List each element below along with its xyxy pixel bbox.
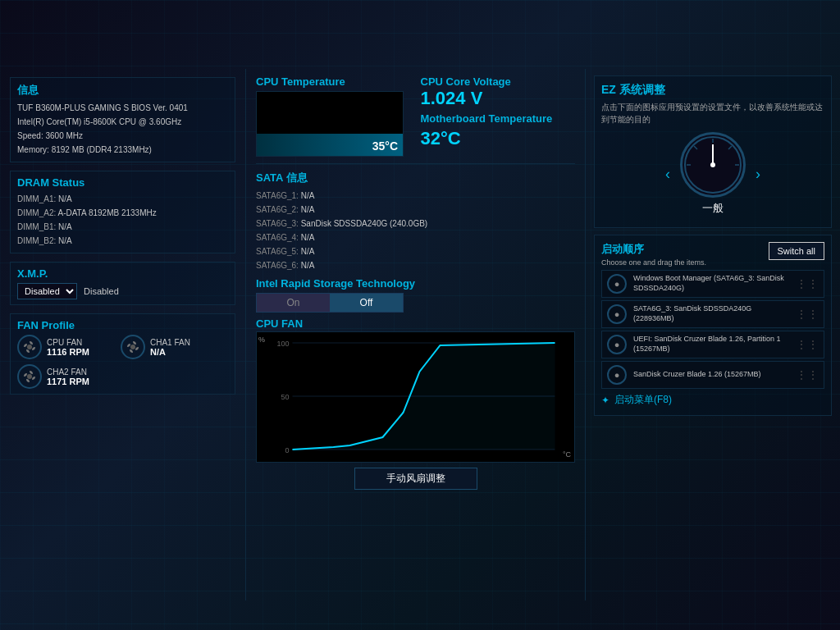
sata6g6: SATA6G_6: N/A <box>256 258 575 272</box>
cha1-fan-item: CHA1 FAN N/A <box>121 335 219 359</box>
dram-title: DRAM Status <box>17 176 228 189</box>
fan-profile-section: FAN Profile <box>10 313 235 395</box>
cpu-fan-chart-section: CPU FAN % °C 100 50 0 3 <box>256 317 575 594</box>
sysinfo-speed: Speed: 3600 MHz <box>17 129 228 143</box>
sata6g3: SATA6G_3: SanDisk SDSSDA240G (240.0GB) <box>256 217 575 231</box>
xmp-label: Disabled <box>84 286 119 296</box>
cha1-fan-name: CHA1 FAN <box>150 338 190 347</box>
sysinfo-title: 信息 <box>17 83 228 98</box>
disk-icon-2: ● <box>607 304 627 324</box>
svg-point-23 <box>710 162 715 167</box>
sysinfo-memory: Memory: 8192 MB (DDR4 2133MHz) <box>17 143 228 157</box>
sata6g5: SATA6G_5: N/A <box>256 244 575 258</box>
svg-point-5 <box>27 374 32 379</box>
cha2-fan-rpm: 1171 RPM <box>47 377 89 386</box>
boot-menu-button[interactable]: ✦ 启动菜单(F8) <box>601 391 672 409</box>
svg-text:100: 100 <box>276 340 289 348</box>
ez-tune-section: EZ 系统调整 点击下面的图标应用预设置的设置文件，以改善系统性能或达到节能的目… <box>594 75 832 228</box>
boot-order-section: 启动顺序 Choose one and drag the items. Swit… <box>594 235 832 416</box>
left-panel: 信息 TUF B360M-PLUS GAMING S BIOS Ver. 040… <box>0 69 246 600</box>
cha2-fan-item: CHA2 FAN 1171 RPM <box>17 364 116 389</box>
sysinfo-model: TUF B360M-PLUS GAMING S BIOS Ver. 0401 <box>17 101 228 115</box>
fan-profile-title: FAN Profile <box>17 319 228 331</box>
mb-temp-section: CPU Core Voltage 1.024 V Motherboard Tem… <box>411 75 576 157</box>
boot-item-2[interactable]: ● SATA6G_3: SanDisk SDSSDA240G (228936MB… <box>601 300 824 328</box>
system-info-section: 信息 TUF B360M-PLUS GAMING S BIOS Ver. 040… <box>10 77 235 162</box>
mb-temp-value: 32°C <box>421 128 576 149</box>
boot-order-title: 启动顺序 <box>601 242 706 257</box>
disk-icon-3: ● <box>607 335 627 354</box>
chart-unit-x: °C <box>563 450 571 459</box>
irst-title: Intel Rapid Storage Technology <box>256 277 575 290</box>
dram-b1: DIMM_B1: N/A <box>17 220 228 234</box>
ez-tune-prev-button[interactable]: ‹ <box>665 166 670 183</box>
dram-section: DRAM Status DIMM_A1: N/A DIMM_A2: A-DATA… <box>10 171 235 253</box>
cpu-fan-icon <box>17 335 42 359</box>
svg-text:0: 0 <box>285 446 289 454</box>
irst-off-button[interactable]: Off <box>330 294 403 312</box>
right-panel: EZ 系统调整 点击下面的图标应用预设置的设置文件，以改善系统性能或达到节能的目… <box>586 69 840 600</box>
xmp-title: X.M.P. <box>17 267 228 280</box>
cpu-temp-label: CPU Temperature <box>256 75 411 88</box>
boot-item-text-4: SanDisk Cruzer Blade 1.26 (15267MB) <box>633 370 789 380</box>
boot-menu-label: 启动菜单(F8) <box>614 393 672 407</box>
xmp-select[interactable]: Disabled XMP I XMP II <box>17 283 77 299</box>
switch-all-button[interactable]: Switch all <box>769 242 824 260</box>
svg-point-3 <box>27 345 32 349</box>
irst-on-button[interactable]: On <box>257 294 330 312</box>
svg-text:50: 50 <box>281 393 289 401</box>
cpu-fan-chart: % °C 100 50 0 30 70 <box>256 331 575 463</box>
ez-tune-title: EZ 系统调整 <box>601 83 824 98</box>
drag-handle-4[interactable]: ⋮⋮ <box>796 368 819 381</box>
cpu-fan-chart-title: CPU FAN <box>256 317 575 330</box>
cha1-fan-rpm: N/A <box>150 347 190 357</box>
boot-item-text-3: UEFI: SanDisk Cruzer Blade 1.26, Partiti… <box>633 335 789 354</box>
disk-icon-4: ● <box>607 365 627 385</box>
boot-item-text-2: SATA6G_3: SanDisk SDSSDA240G (228936MB) <box>633 304 789 323</box>
star-icon: ✦ <box>601 395 609 406</box>
cpu-temp-value: 35°C <box>372 139 398 153</box>
cpu-fan-name: CPU FAN <box>47 338 89 347</box>
cpu-temp-section: CPU Temperature 35°C <box>256 75 411 157</box>
cha2-fan-icon <box>17 364 42 389</box>
disk-icon-1: ● <box>607 274 627 294</box>
cpu-fan-item: CPU FAN 1116 RPM <box>17 335 116 359</box>
ez-tune-dial-label: 一般 <box>680 201 746 216</box>
boot-item-1[interactable]: ● Windows Boot Manager (SATA6G_3: SanDis… <box>601 270 824 298</box>
boot-item-text-1: Windows Boot Manager (SATA6G_3: SanDisk … <box>633 274 789 293</box>
xmp-section: X.M.P. Disabled XMP I XMP II Disabled <box>10 262 235 305</box>
svg-line-20 <box>694 146 697 149</box>
irst-toggle: On Off <box>256 293 404 313</box>
sata6g4: SATA6G_4: N/A <box>256 231 575 244</box>
cpu-voltage-label: CPU Core Voltage <box>421 75 576 88</box>
sysinfo-cpu: Intel(R) Core(TM) i5-8600K CPU @ 3.60GHz <box>17 115 228 129</box>
boot-order-desc: Choose one and drag the items. <box>601 258 706 267</box>
drag-handle-2[interactable]: ⋮⋮ <box>796 308 819 321</box>
ez-tune-dial <box>680 132 746 198</box>
dram-b2: DIMM_B2: N/A <box>17 234 228 248</box>
cpu-fan-rpm: 1116 RPM <box>47 347 89 357</box>
sata-title: SATA 信息 <box>256 171 575 185</box>
drag-handle-3[interactable]: ⋮⋮ <box>796 338 819 351</box>
dram-a1: DIMM_A1: N/A <box>17 192 228 206</box>
fan-manual-button[interactable]: 手动风扇调整 <box>354 468 477 490</box>
sata6g2: SATA6G_2: N/A <box>256 203 575 217</box>
boot-item-3[interactable]: ● UEFI: SanDisk Cruzer Blade 1.26, Parti… <box>601 331 824 358</box>
mid-panel: CPU Temperature 35°C CPU Core Voltage 1.… <box>246 69 586 600</box>
irst-section: Intel Rapid Storage Technology On Off <box>256 277 575 313</box>
ez-tune-desc: 点击下面的图标应用预设置的设置文件，以改善系统性能或达到节能的目的 <box>601 101 824 126</box>
svg-point-4 <box>130 345 135 349</box>
drag-handle-1[interactable]: ⋮⋮ <box>796 277 819 290</box>
cha1-fan-icon <box>121 335 145 359</box>
svg-line-18 <box>728 146 732 149</box>
cpu-voltage-value: 1.024 V <box>421 88 576 109</box>
dram-a2: DIMM_A2: A-DATA 8192MB 2133MHz <box>17 206 228 220</box>
cpu-temp-gauge: 35°C <box>256 91 404 157</box>
cha2-fan-name: CHA2 FAN <box>47 368 89 377</box>
sata6g1: SATA6G_1: N/A <box>256 189 575 203</box>
mb-temp-label: Motherboard Temperature <box>421 112 576 125</box>
sata-section: SATA 信息 SATA6G_1: N/A SATA6G_2: N/A SATA… <box>256 171 575 272</box>
boot-item-4[interactable]: ● SanDisk Cruzer Blade 1.26 (15267MB) ⋮⋮ <box>601 361 824 389</box>
ez-tune-next-button[interactable]: › <box>756 166 760 183</box>
chart-y-label: % <box>258 336 265 344</box>
